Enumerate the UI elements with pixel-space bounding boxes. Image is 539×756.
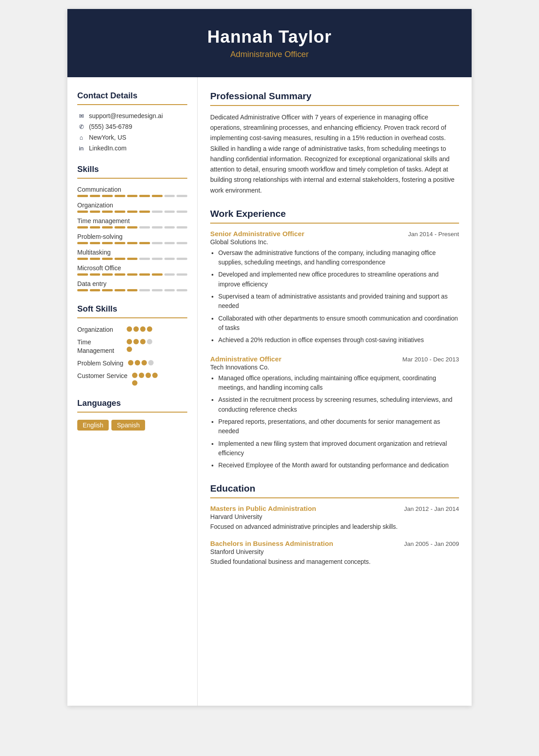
skill-segment — [115, 242, 125, 244]
soft-skill-dots — [128, 359, 154, 365]
skill-item: Organization — [77, 202, 187, 213]
skill-segment — [127, 195, 138, 197]
languages-divider — [77, 412, 187, 413]
skills-list: CommunicationOrganizationTime management… — [77, 186, 187, 291]
skill-segment — [90, 242, 101, 244]
skill-segment — [177, 211, 187, 213]
skill-segment — [127, 289, 138, 291]
linkedin-icon: in — [77, 145, 85, 152]
job-bullet: Supervised a team of administrative assi… — [218, 292, 459, 311]
soft-skill-dots — [127, 325, 152, 332]
education-entry: Masters in Public AdministrationJan 2012… — [210, 505, 459, 532]
dot-row — [127, 325, 152, 332]
skill-segment — [177, 242, 187, 244]
skill-segment — [127, 242, 138, 244]
summary-text: Dedicated Administrative Officer with 7 … — [210, 112, 459, 196]
dot — [127, 339, 132, 344]
soft-skill-item: Customer Service — [77, 372, 187, 386]
skill-segment — [115, 226, 125, 229]
skill-segment — [152, 289, 163, 291]
summary-section-title: Professional Summary — [210, 91, 459, 101]
skills-section-title: Skills — [77, 164, 187, 174]
skill-segment — [139, 211, 150, 213]
job-date: Mar 2010 - Dec 2013 — [402, 356, 459, 363]
contact-location: ⌂ NewYork, US — [77, 134, 187, 141]
skill-segment — [127, 211, 138, 213]
candidate-name: Hannah Taylor — [76, 27, 463, 47]
education-entry: Bachelors in Business AdministrationJan … — [210, 540, 459, 567]
contact-email: ✉ support@resumedesign.ai — [77, 112, 187, 119]
dot — [128, 360, 133, 365]
skill-segment — [77, 242, 88, 244]
skill-segment — [164, 242, 175, 244]
skill-segment — [90, 273, 101, 276]
job-bullet: Implemented a new filing system that imp… — [218, 439, 459, 458]
job-title: Senior Administrative Officer — [210, 230, 305, 237]
skill-segment — [102, 226, 113, 229]
job-bullets: Oversaw the administrative functions of … — [210, 248, 459, 345]
edu-description: Studied foundational business and manage… — [210, 557, 459, 567]
skill-segment — [102, 242, 113, 244]
language-badge: English — [77, 420, 109, 431]
edu-description: Focused on advanced administrative princ… — [210, 522, 459, 532]
skill-label: Problem-solving — [77, 233, 187, 240]
sidebar: Contact Details ✉ support@resumedesign.a… — [67, 77, 198, 706]
soft-skill-item: TimeManagement — [77, 338, 187, 356]
soft-skills-section: Soft Skills OrganizationTimeManagementPr… — [77, 304, 187, 386]
contact-phone: ✆ (555) 345-6789 — [77, 123, 187, 130]
job-company: Tech Innovations Co. — [210, 364, 459, 371]
skill-segment — [127, 226, 138, 229]
job-company: Global Solutions Inc. — [210, 238, 459, 246]
contact-section: Contact Details ✉ support@resumedesign.a… — [77, 91, 187, 152]
soft-skill-label: Problem Solving — [77, 359, 124, 368]
skill-bar — [77, 273, 187, 276]
contact-linkedin: in LinkedIn.com — [77, 145, 187, 152]
skill-segment — [164, 289, 175, 291]
skill-bar — [77, 195, 187, 197]
job-bullet: Developed and implemented new office pro… — [218, 270, 459, 289]
contact-section-title: Contact Details — [77, 91, 187, 101]
skill-segment — [139, 258, 150, 260]
skill-segment — [115, 211, 125, 213]
dot — [127, 326, 132, 332]
skill-segment — [77, 226, 88, 229]
skill-bar — [77, 289, 187, 291]
edu-school: Harvard University — [210, 513, 459, 520]
skill-label: Organization — [77, 202, 187, 209]
dot — [135, 360, 140, 365]
skill-segment — [164, 273, 175, 276]
edu-header: Masters in Public AdministrationJan 2012… — [210, 505, 459, 512]
skill-segment — [77, 258, 88, 260]
job-title: Administrative Officer — [210, 355, 282, 363]
email-icon: ✉ — [77, 113, 85, 119]
skill-segment — [127, 273, 138, 276]
skill-bar — [77, 242, 187, 244]
skill-segment — [139, 242, 150, 244]
skill-segment — [115, 195, 125, 197]
skill-segment — [164, 211, 175, 213]
skill-label: Multitasking — [77, 249, 187, 256]
skill-item: Microsoft Office — [77, 264, 187, 276]
phone-value: (555) 345-6789 — [89, 123, 132, 130]
skill-bar — [77, 226, 187, 229]
skill-item: Problem-solving — [77, 233, 187, 244]
job-bullet: Achieved a 20% reduction in office expen… — [218, 335, 459, 345]
candidate-title: Administrative Officer — [76, 49, 463, 59]
languages-list: EnglishSpanish — [77, 420, 187, 431]
skill-segment — [164, 226, 175, 229]
dot-row — [127, 338, 152, 344]
skill-segment — [152, 242, 163, 244]
work-divider — [210, 223, 459, 224]
skill-segment — [102, 273, 113, 276]
skill-segment — [90, 226, 101, 229]
skill-segment — [115, 289, 125, 291]
skill-bar — [77, 258, 187, 260]
skill-segment — [139, 289, 150, 291]
job-date: Jan 2014 - Present — [408, 231, 459, 237]
skill-item: Data entry — [77, 280, 187, 291]
edu-date: Jan 2005 - Jan 2009 — [404, 541, 459, 547]
dot — [139, 373, 144, 378]
resume-body: Contact Details ✉ support@resumedesign.a… — [67, 77, 472, 706]
contact-divider — [77, 104, 187, 105]
skill-segment — [102, 211, 113, 213]
